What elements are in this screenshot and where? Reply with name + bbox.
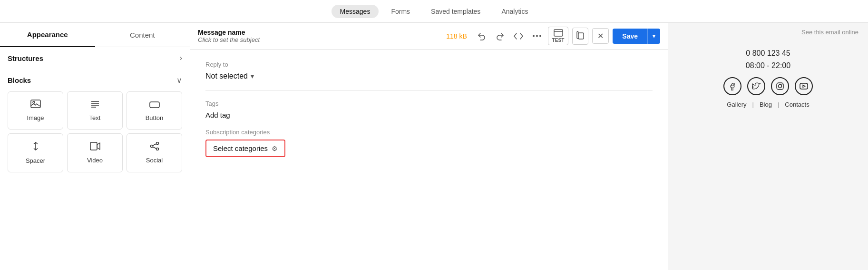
message-subject[interactable]: Click to set the subject <box>198 36 442 43</box>
editor-toolbar: Message name Click to set the subject 11… <box>190 23 668 50</box>
phone-number: 0 800 123 45 08:00 - 22:00 <box>746 47 790 71</box>
svg-rect-8 <box>90 142 97 150</box>
social-icon <box>150 142 159 153</box>
not-selected-text: Not selected <box>205 72 248 80</box>
copy-button[interactable] <box>572 28 588 45</box>
facebook-icon[interactable] <box>723 77 741 95</box>
message-name[interactable]: Message name <box>198 29 442 36</box>
svg-point-15 <box>536 35 538 37</box>
tags-section: Tags Add tag <box>205 100 653 119</box>
main-layout: Appearance Content Structures › Blocks ∨… <box>0 23 868 270</box>
svg-rect-22 <box>800 83 808 89</box>
sidebar: Appearance Content Structures › Blocks ∨… <box>0 23 190 270</box>
add-tag-button[interactable]: Add tag <box>205 111 653 119</box>
email-preview-content: 0 800 123 45 08:00 - 22:00 Gallery <box>668 40 868 116</box>
block-text-label: Text <box>89 114 101 121</box>
blocks-grid: Image Text Button Spacer <box>0 91 190 180</box>
see-email-online-link[interactable]: See this email online <box>668 23 868 40</box>
block-video[interactable]: Video <box>67 133 123 172</box>
block-social-label: Social <box>146 157 163 164</box>
phone-line2: 08:00 - 22:00 <box>746 60 790 72</box>
tab-appearance[interactable]: Appearance <box>0 23 95 47</box>
block-image[interactable]: Image <box>8 91 63 130</box>
svg-point-10 <box>150 145 153 148</box>
more-options-button[interactable] <box>530 32 544 40</box>
svg-rect-18 <box>578 33 584 39</box>
block-text[interactable]: Text <box>67 91 123 130</box>
not-selected-chevron-icon: ▾ <box>251 72 254 80</box>
svg-line-12 <box>153 144 156 146</box>
undo-button[interactable] <box>475 29 489 43</box>
test-button[interactable]: TEST <box>548 27 569 45</box>
block-spacer[interactable]: Spacer <box>8 133 63 172</box>
code-button[interactable] <box>511 30 526 43</box>
save-button-group: Save ▾ <box>613 29 660 44</box>
structures-section[interactable]: Structures › <box>0 47 190 69</box>
save-button[interactable]: Save <box>613 29 647 44</box>
footer-link-blog[interactable]: Blog <box>754 101 778 108</box>
tab-analytics[interactable]: Analytics <box>493 5 536 18</box>
select-categories-button[interactable]: Select categories ⚙ <box>205 140 285 157</box>
svg-rect-0 <box>31 100 40 108</box>
svg-point-1 <box>33 101 35 103</box>
email-preview-panel: See this email online 0 800 123 45 08:00… <box>668 23 868 270</box>
svg-point-11 <box>156 148 158 150</box>
block-button-label: Button <box>146 114 164 121</box>
svg-rect-6 <box>150 102 159 108</box>
tab-messages[interactable]: Messages <box>332 5 379 18</box>
spacer-icon <box>31 141 40 153</box>
tags-label: Tags <box>205 100 653 107</box>
youtube-icon[interactable] <box>795 77 813 95</box>
twitter-icon[interactable] <box>747 77 765 95</box>
svg-point-9 <box>156 142 158 145</box>
block-spacer-label: Spacer <box>26 157 45 164</box>
svg-rect-17 <box>554 30 563 36</box>
svg-line-13 <box>153 147 156 149</box>
reply-to-label: Reply to <box>205 61 653 68</box>
text-icon <box>90 100 100 110</box>
subscription-label: Subscription categories <box>205 129 653 136</box>
tab-forms[interactable]: Forms <box>382 5 419 18</box>
svg-point-16 <box>539 35 541 37</box>
svg-point-21 <box>781 84 782 85</box>
image-icon <box>30 100 41 110</box>
footer-links: Gallery | Blog | Contacts <box>721 101 815 108</box>
tab-content[interactable]: Content <box>95 23 190 47</box>
structures-label: Structures <box>8 54 43 62</box>
instagram-icon[interactable] <box>771 77 789 95</box>
save-dropdown-button[interactable]: ▾ <box>647 29 660 44</box>
close-button[interactable]: ✕ <box>592 28 609 44</box>
blocks-chevron-icon: ∨ <box>176 76 182 85</box>
footer-link-contacts[interactable]: Contacts <box>779 101 815 108</box>
message-info: Message name Click to set the subject <box>198 29 442 43</box>
center-content: Reply to Not selected ▾ Tags Add tag Sub… <box>190 50 668 270</box>
select-categories-text: Select categories <box>213 144 268 152</box>
svg-point-14 <box>533 35 535 37</box>
top-navigation: Messages Forms Saved templates Analytics <box>0 0 868 23</box>
blocks-header: Blocks ∨ <box>0 69 190 91</box>
subscription-categories-section: Subscription categories Select categorie… <box>205 129 653 157</box>
file-size: 118 kB <box>446 32 467 40</box>
block-button[interactable]: Button <box>127 91 182 130</box>
redo-button[interactable] <box>493 29 507 43</box>
test-label: TEST <box>552 38 565 43</box>
tab-saved-templates[interactable]: Saved templates <box>422 5 489 18</box>
structures-chevron-icon: › <box>180 54 182 62</box>
video-icon <box>90 142 100 153</box>
block-image-label: Image <box>27 114 44 121</box>
block-social[interactable]: Social <box>127 133 182 172</box>
button-icon <box>149 100 160 110</box>
not-selected-dropdown[interactable]: Not selected ▾ <box>205 72 653 90</box>
phone-line1: 0 800 123 45 <box>746 47 790 60</box>
gear-icon: ⚙ <box>272 145 278 152</box>
svg-point-20 <box>779 85 782 88</box>
social-icons-row <box>723 77 813 95</box>
block-video-label: Video <box>87 157 103 164</box>
sidebar-tab-bar: Appearance Content <box>0 23 190 47</box>
svg-rect-19 <box>777 83 783 90</box>
blocks-label: Blocks <box>8 76 31 84</box>
footer-link-gallery[interactable]: Gallery <box>721 101 752 108</box>
center-panel: Message name Click to set the subject 11… <box>190 23 668 270</box>
